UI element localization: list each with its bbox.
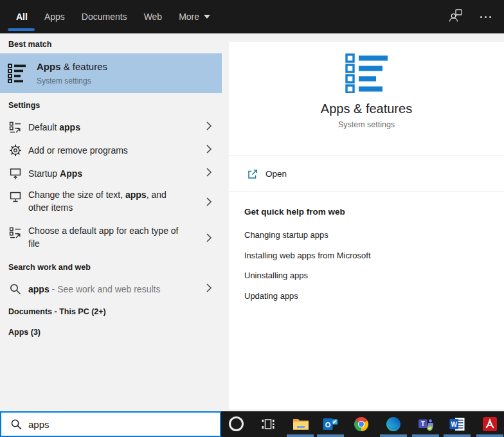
tab-more-label: More: [179, 12, 199, 22]
active-tab-indicator: [8, 28, 35, 31]
result-default-apps[interactable]: Default apps: [0, 116, 222, 139]
help-link-updating-apps[interactable]: Updating apps: [244, 291, 298, 301]
cortana-icon[interactable]: [228, 416, 244, 432]
search-results-panel: Best match Apps & features System settin…: [0, 33, 222, 411]
tab-more[interactable]: More: [179, 12, 210, 22]
help-link-installing-web-apps[interactable]: Installing web apps from Microsoft: [244, 251, 371, 260]
default-apps-list-icon: [8, 121, 22, 134]
feedback-icon[interactable]: [448, 8, 464, 26]
divider: [229, 191, 504, 192]
outlook-icon[interactable]: O: [323, 416, 338, 432]
startup-monitor-icon: [8, 167, 22, 180]
chevron-right-icon[interactable]: [206, 283, 212, 296]
running-indicator: [287, 434, 314, 437]
file-explorer-icon[interactable]: [292, 416, 308, 432]
apps-features-icon: [8, 64, 27, 85]
edge-icon[interactable]: [386, 416, 401, 432]
result-web-search[interactable]: apps - See work and web results: [0, 278, 222, 301]
preview-subtitle: System settings: [229, 120, 504, 129]
help-link-changing-startup-apps[interactable]: Changing startup apps: [244, 230, 328, 240]
svg-text:O: O: [325, 421, 331, 429]
svg-text:W: W: [451, 421, 457, 428]
running-indicator: [476, 434, 503, 437]
preview-panel: Apps & features System settings Open Get…: [229, 42, 504, 409]
quick-help-header: Get quick help from web: [244, 207, 345, 217]
running-indicator: [444, 434, 471, 437]
teams-icon[interactable]: T: [418, 416, 433, 432]
search-icon: [8, 283, 22, 296]
tab-web-label: Web: [144, 12, 163, 22]
acrobat-icon[interactable]: [482, 416, 498, 432]
result-change-size[interactable]: Change the size of text, apps, and other…: [0, 185, 222, 221]
tab-all[interactable]: All: [16, 12, 28, 22]
display-monitor-icon: [8, 190, 22, 203]
chevron-right-icon[interactable]: [206, 233, 212, 245]
best-match-result[interactable]: Apps & features System settings: [0, 53, 222, 93]
result-label: apps - See work and web results: [28, 283, 181, 296]
taskbar: O T: [221, 411, 504, 437]
open-label: Open: [266, 169, 287, 179]
result-label: Add or remove programs: [28, 144, 181, 157]
task-view-icon[interactable]: [260, 416, 276, 432]
chevron-right-icon[interactable]: [206, 167, 212, 180]
search-top-bar: All Apps Documents Web More: [0, 0, 504, 33]
search-icon: [10, 418, 22, 431]
taskbar-search-box[interactable]: [0, 411, 221, 437]
best-match-title-rest: & features: [61, 61, 108, 72]
settings-header: Settings: [8, 101, 40, 110]
apps-group-header[interactable]: Apps (3): [8, 328, 40, 337]
tab-all-label: All: [16, 12, 28, 22]
tab-apps-label: Apps: [44, 12, 65, 22]
result-choose-default-app[interactable]: Choose a default app for each type of fi…: [0, 221, 222, 257]
preview-title: Apps & features: [229, 102, 504, 116]
best-match-title-bold: Apps: [37, 61, 61, 72]
chevron-down-icon: [204, 15, 210, 19]
running-indicator: [317, 434, 344, 437]
result-label: Startup Apps: [28, 167, 181, 180]
chevron-right-icon[interactable]: [206, 144, 212, 157]
open-action[interactable]: Open: [229, 156, 504, 191]
default-apps-list-icon: [8, 226, 22, 239]
chevron-right-icon[interactable]: [206, 121, 212, 134]
gear-icon: [8, 144, 22, 157]
best-match-title: Apps & features: [37, 61, 107, 72]
search-input[interactable]: [28, 413, 208, 436]
running-indicator: [380, 434, 407, 437]
word-icon[interactable]: W: [449, 416, 465, 432]
result-label: Default apps: [28, 121, 181, 134]
chevron-right-icon[interactable]: [206, 197, 212, 210]
result-label: Choose a default app for each type of fi…: [28, 224, 181, 250]
result-label: Change the size of text, apps, and other…: [28, 188, 181, 214]
best-match-header: Best match: [8, 40, 51, 49]
help-link-uninstalling-apps[interactable]: Uninstalling apps: [244, 271, 308, 280]
result-startup-apps[interactable]: Startup Apps: [0, 162, 222, 185]
svg-text:T: T: [421, 420, 425, 427]
apps-features-icon: [345, 53, 388, 93]
more-options-icon[interactable]: [480, 16, 491, 18]
tab-web[interactable]: Web: [144, 12, 163, 22]
tab-apps[interactable]: Apps: [44, 12, 65, 22]
running-indicator: [412, 434, 439, 437]
best-match-subtitle: System settings: [37, 76, 91, 85]
tab-documents-label: Documents: [82, 12, 127, 22]
chrome-icon[interactable]: [354, 416, 369, 432]
result-add-remove-programs[interactable]: Add or remove programs: [0, 139, 222, 162]
search-work-web-header: Search work and web: [8, 263, 91, 272]
filter-tabs: All Apps Documents Web More: [16, 0, 210, 33]
open-external-icon: [247, 168, 258, 183]
tab-documents[interactable]: Documents: [82, 12, 127, 22]
documents-group-header[interactable]: Documents - This PC (2+): [8, 307, 106, 316]
